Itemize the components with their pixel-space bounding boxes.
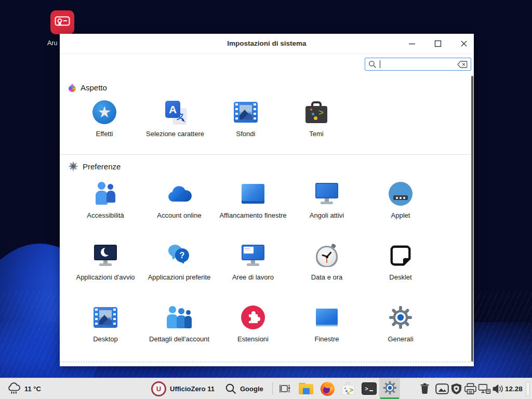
window-icon xyxy=(316,305,338,330)
taskbar: 11 °C U UfficioZero 11 Google xyxy=(0,378,532,399)
settings-item-estensioni[interactable]: Estensioni xyxy=(216,296,290,358)
settings-item-label: Effetti xyxy=(96,130,113,138)
settings-item-effetti[interactable]: ★Effetti xyxy=(69,94,140,154)
google-search-button[interactable]: Google xyxy=(225,378,263,399)
settings-item-aree-di-lavoro[interactable]: Aree di lavoro xyxy=(216,234,290,296)
settings-item-sfondi[interactable]: Sfondi xyxy=(210,94,281,154)
puzzle-icon xyxy=(241,305,265,330)
clock-icon xyxy=(315,243,338,268)
settings-item-account-online[interactable]: Account online xyxy=(142,172,216,234)
close-button[interactable] xyxy=(458,38,470,49)
font-select-icon: A xyxy=(163,100,188,125)
volume-icon[interactable] xyxy=(491,378,504,399)
settings-item-data-e-ora[interactable]: Data e ora xyxy=(290,234,364,296)
settings-item-label: Applicazioni d'avvio xyxy=(76,273,135,282)
system-settings-window: Impostazioni di sistema xyxy=(60,34,474,366)
image-viewer-icon[interactable] xyxy=(435,378,449,399)
people-three-icon xyxy=(167,305,192,330)
settings-item-dettagli-dell-account[interactable]: Dettagli dell'account xyxy=(142,296,216,358)
settings-item-label: Affiancamento finestre xyxy=(219,211,286,220)
desktop-shortcut-aruba[interactable]: Aru xyxy=(50,10,75,34)
settings-item-angoli-attivi[interactable]: Angoli attivi xyxy=(290,172,364,234)
gear-icon xyxy=(69,162,78,171)
effects-icon: ★ xyxy=(92,100,116,125)
settings-item-label: Applicazioni preferite xyxy=(148,273,211,282)
desktop: Aru Impostazioni di sistema xyxy=(0,0,532,399)
filmstrip-icon xyxy=(234,100,258,125)
menu-button[interactable]: U UfficioZero 11 xyxy=(151,378,215,399)
settings-item-label: Desktop xyxy=(93,335,118,343)
gear-blue-icon xyxy=(389,305,413,330)
settings-item-touch-hand[interactable] xyxy=(69,358,142,366)
ufficiozero-logo: U xyxy=(151,381,166,396)
monitor-icon xyxy=(315,181,339,206)
section-header-aspetto: Aspetto xyxy=(60,76,474,94)
settings-item-label: Selezione carattere xyxy=(146,130,204,138)
settings-item-affiancamento-finestre[interactable]: Affiancamento finestre xyxy=(216,172,290,234)
settings-item-generali[interactable]: Generali xyxy=(364,296,437,358)
show-desktop-icon[interactable] xyxy=(275,378,296,399)
terminal-icon[interactable]: > xyxy=(358,378,379,399)
search-row xyxy=(60,54,474,76)
settings-item-temi[interactable]: >Temi xyxy=(281,94,352,154)
magnifier-icon xyxy=(225,383,237,395)
settings-item-label: Aree di lavoro xyxy=(232,273,274,282)
section-grid-aspetto: ★EffettiASelezione carattereSfondi>Temi xyxy=(60,94,474,154)
section-grid-preferenze: AccessibilitàAccount onlineAffiancamento… xyxy=(60,172,474,366)
rain-cloud-icon xyxy=(7,382,21,396)
section-label: Aspetto xyxy=(81,83,107,92)
settings-item-label: Finestre xyxy=(315,335,339,343)
sticky-note-icon xyxy=(389,243,413,268)
filmstrip-icon xyxy=(94,305,117,330)
briefcase-icon: > xyxy=(305,100,327,125)
window-scrollbar[interactable] xyxy=(471,76,473,362)
aruba-sign-certificate-icon xyxy=(50,10,74,34)
settings-item-label: Angoli attivi xyxy=(310,211,344,220)
settings-item-finestre[interactable]: Finestre xyxy=(290,296,364,358)
search-input[interactable] xyxy=(365,58,471,71)
weather-temperature: 11 °C xyxy=(24,385,41,393)
software-store-icon[interactable]: > xyxy=(338,378,358,399)
trash-icon[interactable] xyxy=(418,378,431,399)
network-icon[interactable] xyxy=(477,378,491,399)
show-desktop-edge-button[interactable] xyxy=(526,382,530,396)
maximize-button[interactable] xyxy=(432,38,444,49)
printer-icon[interactable] xyxy=(463,378,477,399)
taskbar-separator xyxy=(272,382,273,395)
firefox-icon[interactable] xyxy=(317,378,338,399)
settings-item-label: Desklet xyxy=(389,273,411,282)
settings-item-globe[interactable] xyxy=(142,358,216,366)
people-two-icon xyxy=(94,181,117,206)
settings-item-applicazioni-d-avvio[interactable]: Applicazioni d'avvio xyxy=(69,234,142,296)
settings-item-label: Dettagli dell'account xyxy=(149,335,209,343)
settings-item-label: Sfondi xyxy=(236,130,256,138)
weather-applet[interactable]: 11 °C xyxy=(7,378,41,399)
system-settings-icon[interactable] xyxy=(379,378,400,399)
section-header-preferenze: Preferenze xyxy=(60,155,474,172)
minimize-button[interactable] xyxy=(406,38,418,49)
file-manager-icon[interactable] xyxy=(296,378,316,399)
settings-item-chat-dots[interactable] xyxy=(290,358,364,366)
menu-label: UfficioZero 11 xyxy=(170,385,215,393)
settings-item-tablet-screen[interactable] xyxy=(364,358,437,366)
settings-item-accessibilit-[interactable]: Accessibilità xyxy=(69,172,142,234)
window-bottom-dashed-line xyxy=(60,362,474,362)
settings-item-desklet[interactable]: Desklet xyxy=(364,234,437,296)
section-label: Preferenze xyxy=(83,162,121,171)
monitor-moon-icon xyxy=(94,243,117,268)
cloud-icon xyxy=(167,181,192,206)
settings-item-applet[interactable]: Applet xyxy=(364,172,437,234)
settings-item-metodo-di[interactable]: Metodo di xyxy=(216,358,290,366)
taskbar-clock[interactable]: 12.28 xyxy=(505,378,523,399)
settings-item-desktop[interactable]: Desktop xyxy=(69,296,142,358)
search-icon xyxy=(368,60,377,69)
settings-item-label: Data e ora xyxy=(311,273,343,282)
window-titlebar[interactable]: Impostazioni di sistema xyxy=(60,34,474,54)
security-shield-icon[interactable] xyxy=(449,378,463,399)
text-caret xyxy=(380,60,380,68)
clear-search-icon[interactable] xyxy=(457,61,468,68)
settings-item-label: Account online xyxy=(157,211,201,220)
monitor-window-icon xyxy=(241,243,265,268)
settings-item-applicazioni-preferite[interactable]: ?Applicazioni preferite xyxy=(142,234,216,296)
settings-item-selezione-carattere[interactable]: ASelezione carattere xyxy=(140,94,210,154)
